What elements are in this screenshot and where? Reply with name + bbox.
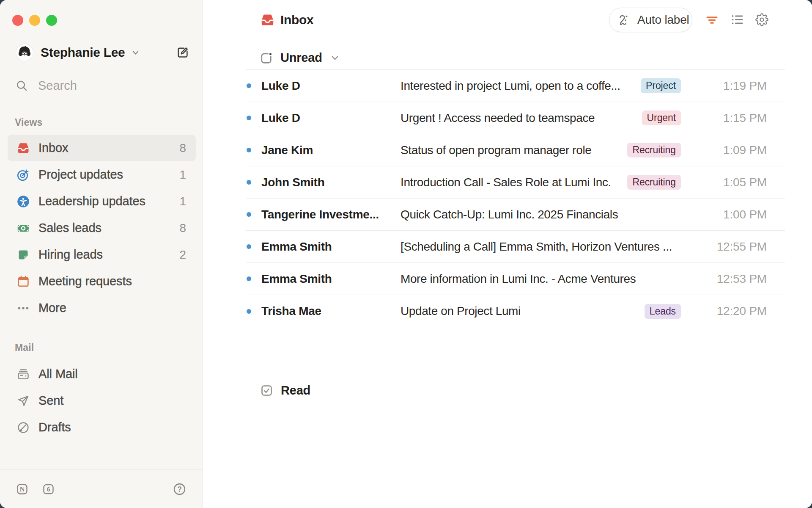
email-sender: Emma Smith (261, 240, 401, 254)
read-section-header[interactable]: Read (260, 383, 310, 398)
email-time: 1:09 PM (691, 144, 785, 157)
email-sender: Luke D (261, 111, 401, 125)
notion-logo-icon[interactable]: N (16, 483, 28, 495)
target-icon (17, 168, 30, 181)
avatar (16, 44, 33, 61)
svg-text:?: ? (177, 485, 182, 493)
svg-text:N: N (20, 485, 25, 493)
chevron-down-icon (330, 53, 340, 63)
compose-icon[interactable] (176, 46, 189, 59)
email-subject: [Scheduling a Call] Emma Smith, Horizon … (401, 240, 682, 254)
notion-mail-window: Stephanie Lee Search Views Inbox 8 Proje… (0, 0, 812, 508)
sidebar-item-drafts[interactable]: Drafts (8, 414, 196, 441)
email-time: 12:55 PM (691, 240, 785, 254)
unread-dot (247, 276, 251, 281)
minimize-button[interactable] (29, 15, 40, 26)
email-row[interactable]: Luke D Urgent ! Access needed to teamspa… (246, 102, 785, 134)
send-icon (17, 395, 30, 407)
unread-label: Unread (280, 51, 322, 65)
unread-dot (247, 180, 251, 185)
email-sender: Luke D (261, 79, 401, 93)
auto-label-text: Auto label (637, 13, 689, 27)
account-switcher[interactable]: Stephanie Lee (16, 42, 189, 63)
banknote-icon (17, 222, 30, 235)
auto-label-icon (618, 14, 631, 27)
email-row[interactable]: Trisha Mae Update on Project Lumi Leads … (246, 295, 785, 327)
sidebar-item-more[interactable]: More (8, 295, 196, 321)
auto-label-button[interactable]: Auto label (609, 8, 692, 32)
mail-nav: All Mail Sent Drafts (0, 361, 203, 441)
email-time: 1:19 PM (691, 79, 785, 93)
zoom-button[interactable] (46, 15, 57, 26)
email-row[interactable]: Luke D Interested in project Lumi, open … (246, 70, 785, 102)
email-tag: Urgent (642, 110, 681, 125)
email-time: 1:15 PM (691, 111, 785, 125)
email-time: 1:00 PM (691, 208, 785, 221)
all-mail-icon (17, 368, 30, 381)
sidebar-item-leadership-updates[interactable]: Leadership updates 1 (8, 188, 196, 215)
sidebar: Stephanie Lee Search Views Inbox 8 Proje… (0, 0, 203, 508)
person-circle-icon (17, 195, 30, 208)
unread-dot (247, 148, 251, 152)
search-button[interactable]: Search (16, 79, 77, 93)
sidebar-item-meeting-requests[interactable]: Meeting requests (8, 268, 196, 295)
main-header: Inbox Auto label (203, 0, 812, 40)
email-subject: Update on Project Lumi (401, 304, 636, 318)
sidebar-item-sales-leads[interactable]: Sales leads 8 (8, 215, 196, 241)
unread-dot (247, 309, 251, 314)
sidebar-item-inbox[interactable]: Inbox 8 (8, 135, 196, 161)
close-button[interactable] (12, 15, 23, 26)
email-subject: More information in Lumi Inc. - Acme Ven… (401, 272, 682, 286)
help-icon[interactable]: ? (173, 483, 186, 496)
email-time: 12:53 PM (691, 272, 785, 286)
email-subject: Quick Catch-Up: Lumi Inc. 2025 Financial… (401, 208, 682, 221)
page-title: Inbox (280, 13, 314, 27)
chevron-down-icon (131, 48, 140, 57)
mail-section-label: Mail (15, 342, 34, 353)
sidebar-item-project-updates[interactable]: Project updates 1 (8, 161, 196, 188)
calendar-app-icon[interactable]: 6 (42, 483, 55, 495)
settings-gear-icon[interactable] (755, 13, 768, 26)
list-view-icon[interactable] (731, 13, 744, 26)
email-row[interactable]: Tangerine Investme... Quick Catch-Up: Lu… (246, 199, 785, 231)
ellipsis-icon (17, 302, 30, 315)
sidebar-item-hiring-leads[interactable]: Hiring leads 2 (8, 241, 196, 268)
calendar-icon (17, 275, 30, 288)
unread-dot (247, 116, 251, 120)
unread-dot (247, 244, 251, 249)
user-name: Stephanie Lee (41, 45, 125, 60)
email-sender: Jane Kim (261, 144, 401, 157)
svg-text:6: 6 (47, 486, 50, 493)
email-subject: Introduction Call - Sales Role at Lumi I… (401, 176, 619, 189)
inbox-icon (17, 142, 30, 155)
email-row[interactable]: John Smith Introduction Call - Sales Rol… (246, 166, 785, 199)
email-tag: Recruiting (627, 175, 681, 190)
email-tag: Recruiting (627, 143, 681, 157)
read-label: Read (281, 384, 310, 398)
window-controls (12, 15, 57, 26)
unread-section-header[interactable]: Unread (260, 51, 340, 65)
filter-icon[interactable] (706, 14, 718, 26)
unread-icon (260, 52, 273, 64)
email-subject: Interested in project Lumi, open to a co… (401, 79, 632, 93)
inbox-icon (261, 13, 274, 27)
note-icon (17, 248, 30, 261)
search-label: Search (38, 79, 77, 93)
email-sender: Emma Smith (261, 272, 401, 286)
email-time: 12:20 PM (691, 304, 785, 318)
sidebar-item-all-mail[interactable]: All Mail (8, 361, 196, 387)
email-list: Luke D Interested in project Lumi, open … (246, 69, 785, 327)
email-subject: Status of open program manager role (401, 144, 619, 157)
email-time: 1:05 PM (691, 176, 785, 189)
email-sender: Tangerine Investme... (261, 208, 401, 221)
drafts-icon (17, 421, 30, 434)
read-divider (246, 407, 785, 407)
sidebar-item-sent[interactable]: Sent (8, 387, 196, 414)
email-sender: John Smith (261, 176, 401, 189)
email-row[interactable]: Emma Smith [Scheduling a Call] Emma Smit… (246, 231, 785, 263)
search-icon (16, 80, 28, 92)
main-content: Inbox Auto label Unread Luke D Intereste… (203, 0, 812, 508)
email-tag: Project (641, 78, 681, 93)
email-row[interactable]: Emma Smith More information in Lumi Inc.… (246, 263, 785, 295)
email-row[interactable]: Jane Kim Status of open program manager … (246, 134, 785, 166)
